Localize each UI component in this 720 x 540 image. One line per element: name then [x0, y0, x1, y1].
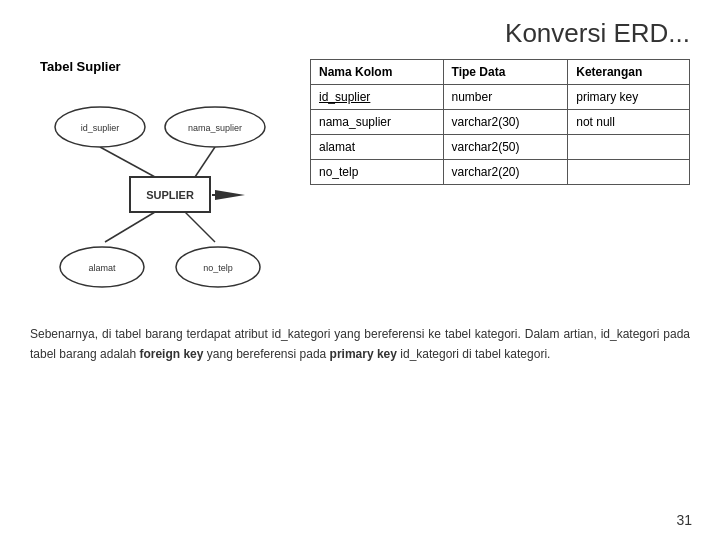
col-header-tipe: Tipe Data — [443, 60, 568, 85]
cell-nama-kolom: no_telp — [311, 160, 444, 185]
cell-tipe-data: varchar2(50) — [443, 135, 568, 160]
table-row: no_telpvarchar2(20) — [311, 160, 690, 185]
cell-nama-kolom: id_suplier — [311, 85, 444, 110]
page-title: Konversi ERD... — [0, 0, 720, 59]
table-body: id_supliernumberprimary keynama_suplierv… — [311, 85, 690, 185]
cell-nama-kolom: nama_suplier — [311, 110, 444, 135]
bottom-text-part2: yang bereferensi pada — [203, 347, 329, 361]
cell-tipe-data: varchar2(20) — [443, 160, 568, 185]
svg-text:id_suplier: id_suplier — [81, 123, 120, 133]
erd-svg: id_suplier nama_suplier SUPLIER alamat n… — [30, 82, 290, 302]
svg-marker-10 — [215, 190, 245, 200]
cell-keterangan: primary key — [568, 85, 690, 110]
cell-tipe-data: varchar2(30) — [443, 110, 568, 135]
cell-tipe-data: number — [443, 85, 568, 110]
db-table: Nama Kolom Tipe Data Keterangan id_supli… — [310, 59, 690, 306]
cell-nama-kolom: alamat — [311, 135, 444, 160]
table-row: id_supliernumberprimary key — [311, 85, 690, 110]
tabel-label: Tabel Suplier — [40, 59, 300, 74]
svg-line-0 — [100, 147, 155, 177]
schema-table: Nama Kolom Tipe Data Keterangan id_supli… — [310, 59, 690, 185]
page-number: 31 — [676, 512, 692, 528]
svg-text:no_telp: no_telp — [203, 263, 233, 273]
table-row: nama_supliervarchar2(30)not null — [311, 110, 690, 135]
bottom-text: Sebenarnya, di tabel barang terdapat atr… — [0, 306, 720, 365]
svg-text:nama_suplier: nama_suplier — [188, 123, 242, 133]
main-content: Tabel Suplier id_suplier nama_suplier SU… — [0, 59, 720, 306]
pk-label: primary key — [330, 347, 397, 361]
fk-label: foreign key — [139, 347, 203, 361]
svg-line-3 — [185, 212, 215, 242]
svg-line-2 — [105, 212, 155, 242]
table-row: alamatvarchar2(50) — [311, 135, 690, 160]
cell-keterangan: not null — [568, 110, 690, 135]
col-header-ket: Keterangan — [568, 60, 690, 85]
svg-text:SUPLIER: SUPLIER — [146, 189, 194, 201]
cell-keterangan — [568, 160, 690, 185]
bottom-text-part3: id_kategori di tabel kategori. — [397, 347, 550, 361]
cell-keterangan — [568, 135, 690, 160]
erd-diagram: Tabel Suplier id_suplier nama_suplier SU… — [30, 59, 300, 306]
col-header-nama: Nama Kolom — [311, 60, 444, 85]
svg-line-1 — [195, 147, 215, 177]
svg-text:alamat: alamat — [88, 263, 116, 273]
